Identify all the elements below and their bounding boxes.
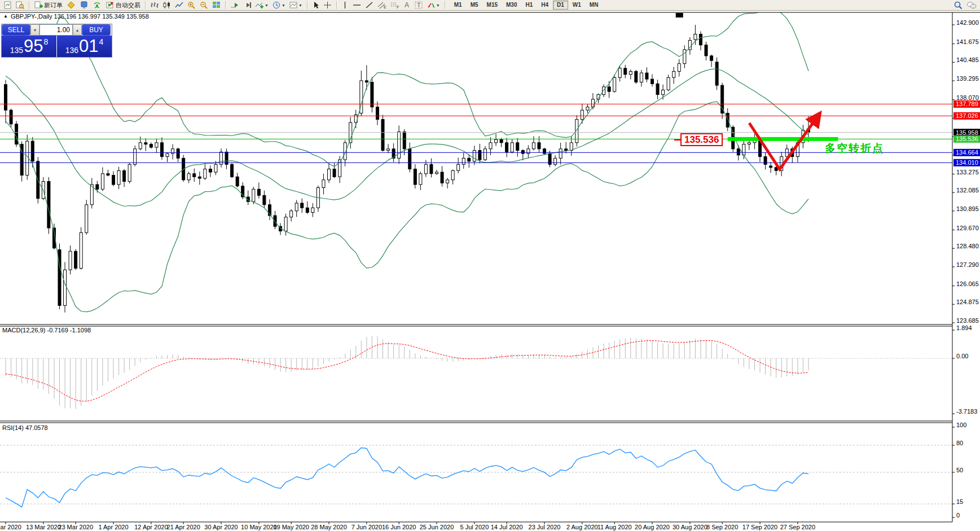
svg-text:23 Jul 2020: 23 Jul 2020 xyxy=(529,524,561,530)
buy-button[interactable]: BUY xyxy=(82,24,111,36)
macd-pane-label: MACD(12,26,9) -0.7169 -1.1098 xyxy=(2,327,91,333)
price-badges: 137.789137.026135.958135.536134.664134.0… xyxy=(953,100,980,166)
sell-button[interactable]: SELL xyxy=(2,24,30,36)
svg-text:25 Jun 2020: 25 Jun 2020 xyxy=(420,524,454,530)
svg-text:139.295: 139.295 xyxy=(956,75,979,82)
svg-text:28 May 2020: 28 May 2020 xyxy=(311,524,347,530)
svg-text:133.275: 133.275 xyxy=(956,169,979,175)
sell-price-panel[interactable]: 135 95 8 xyxy=(2,36,56,57)
svg-text:-3.7183: -3.7183 xyxy=(956,408,977,415)
svg-text:12 Apr 2020: 12 Apr 2020 xyxy=(134,524,168,530)
date-axis[interactable]: 4 Mar 202013 Mar 202023 Mar 20201 Apr 20… xyxy=(0,522,815,530)
svg-text:5 Jul 2020: 5 Jul 2020 xyxy=(460,524,489,530)
rsi-pane-label: RSI(14) 47.0578 xyxy=(2,424,48,431)
rsi-pane xyxy=(0,445,952,507)
svg-text:0: 0 xyxy=(956,512,960,519)
svg-text:23 Mar 2020: 23 Mar 2020 xyxy=(58,524,93,530)
svg-text:135.958: 135.958 xyxy=(956,129,978,136)
mt4-window: 新订单 自动交易 ▼ ▼ ▼ E F A T ▼ M1M5M1 xyxy=(0,0,980,531)
svg-text:100: 100 xyxy=(956,422,966,428)
one-click-top-row: SELL ▼ ▲ BUY xyxy=(2,24,112,36)
chart-header: ▲ GBPJPY-,Daily 136.196 136.997 135.349 … xyxy=(3,13,149,20)
svg-text:4 Mar 2020: 4 Mar 2020 xyxy=(0,524,21,530)
sell-price-sup: 8 xyxy=(44,37,49,46)
svg-text:50: 50 xyxy=(956,467,963,473)
svg-text:80: 80 xyxy=(956,440,963,446)
svg-text:30 Aug 2020: 30 Aug 2020 xyxy=(673,524,707,530)
svg-text:20 Aug 2020: 20 Aug 2020 xyxy=(635,524,670,530)
bollinger-bands xyxy=(6,9,808,312)
pane-borders xyxy=(0,12,980,522)
svg-text:127.290: 127.290 xyxy=(956,261,979,268)
svg-text:130.895: 130.895 xyxy=(956,205,979,212)
svg-text:2 Aug 2020: 2 Aug 2020 xyxy=(566,524,598,530)
candlesticks xyxy=(5,25,810,313)
support-price-tag[interactable]: 135.536 xyxy=(680,133,723,146)
svg-text:124.875: 124.875 xyxy=(956,299,979,305)
buy-price-sup: 4 xyxy=(99,37,104,46)
macd-pane xyxy=(0,336,952,409)
macd-signal-line xyxy=(6,341,808,402)
volume-input[interactable] xyxy=(39,24,73,36)
svg-text:7 Jun 2020: 7 Jun 2020 xyxy=(351,524,382,530)
buy-price-small: 136 xyxy=(65,46,78,55)
svg-text:137.026: 137.026 xyxy=(956,112,978,119)
sell-price-small: 135 xyxy=(10,46,23,55)
svg-text:126.065: 126.065 xyxy=(956,280,979,287)
svg-text:13 Mar 2020: 13 Mar 2020 xyxy=(26,524,61,530)
chart-canvas[interactable]: 142.900141.675140.485139.295138.070136.8… xyxy=(0,0,980,531)
volume-increase-button[interactable]: ▲ xyxy=(73,24,82,36)
svg-text:129.670: 129.670 xyxy=(956,225,979,231)
volume-decrease-button[interactable]: ▼ xyxy=(30,24,39,36)
svg-text:141.675: 141.675 xyxy=(956,38,979,45)
svg-text:123.685: 123.685 xyxy=(956,317,979,324)
support-highlight-bar xyxy=(728,137,838,141)
svg-text:128.480: 128.480 xyxy=(956,243,979,249)
buy-price-big: 01 xyxy=(79,37,98,56)
price-axis[interactable]: 142.900141.675140.485139.295138.070136.8… xyxy=(952,19,979,519)
svg-text:10 May 2020: 10 May 2020 xyxy=(241,524,277,530)
svg-text:21 Apr 2020: 21 Apr 2020 xyxy=(167,524,200,530)
rsi-line xyxy=(6,448,808,507)
svg-text:14 Jul 2020: 14 Jul 2020 xyxy=(491,524,523,530)
svg-text:134.664: 134.664 xyxy=(956,149,978,156)
buy-price-panel[interactable]: 136 01 4 xyxy=(57,36,112,57)
svg-text:0.00: 0.00 xyxy=(956,353,968,359)
svg-text:1.894: 1.894 xyxy=(956,324,972,331)
sell-price-big: 95 xyxy=(24,37,43,56)
svg-text:135.536: 135.536 xyxy=(956,135,978,142)
one-click-price-row: 135 95 8 136 01 4 xyxy=(2,36,112,57)
svg-text:132.085: 132.085 xyxy=(956,187,979,194)
symbol-marker-icon: ▲ xyxy=(3,14,8,19)
svg-text:19 May 2020: 19 May 2020 xyxy=(273,524,309,530)
svg-text:27 Sep 2020: 27 Sep 2020 xyxy=(780,524,815,530)
svg-text:137.789: 137.789 xyxy=(956,100,978,107)
symbol-ohlc-text: GBPJPY-,Daily 136.196 136.997 135.349 13… xyxy=(11,13,149,20)
svg-text:140.485: 140.485 xyxy=(956,56,979,63)
turning-point-note[interactable]: 多空转折点 xyxy=(825,141,884,156)
svg-text:17 Sep 2020: 17 Sep 2020 xyxy=(742,524,777,530)
one-click-trading-widget: SELL ▼ ▲ BUY 135 95 8 136 01 4 xyxy=(1,24,112,58)
svg-text:30 Apr 2020: 30 Apr 2020 xyxy=(204,524,238,530)
svg-text:142.900: 142.900 xyxy=(956,19,979,26)
svg-text:15: 15 xyxy=(956,498,963,505)
svg-text:138.070: 138.070 xyxy=(956,94,979,101)
svg-text:8 Sep 2020: 8 Sep 2020 xyxy=(706,524,738,530)
svg-text:134.010: 134.010 xyxy=(956,159,978,166)
svg-text:11 Aug 2020: 11 Aug 2020 xyxy=(597,524,632,530)
svg-text:16 Jun 2020: 16 Jun 2020 xyxy=(382,524,416,530)
price-levels xyxy=(0,104,952,163)
svg-text:1 Apr 2020: 1 Apr 2020 xyxy=(98,524,128,530)
shift-marker xyxy=(676,13,683,17)
